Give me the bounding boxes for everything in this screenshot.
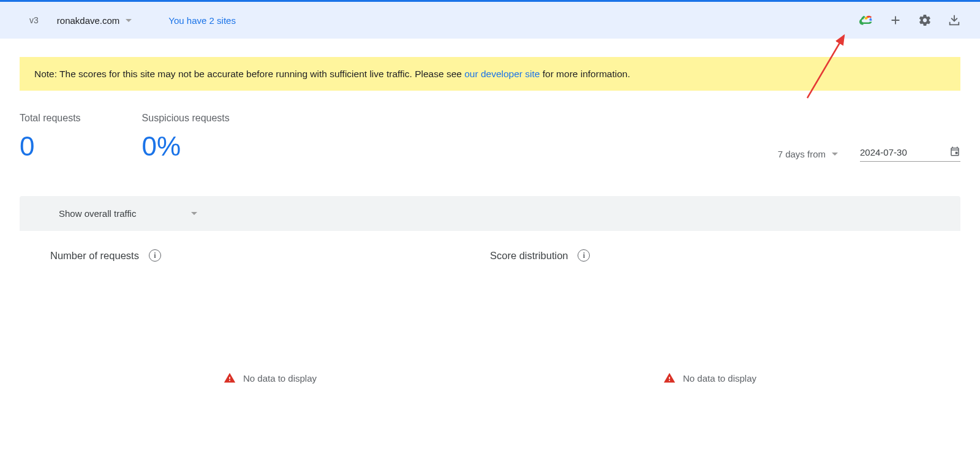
range-selector[interactable]: 7 days from — [778, 149, 838, 159]
sites-count-link[interactable]: You have 2 sites — [168, 15, 236, 26]
traffic-header: Show overall traffic — [20, 196, 960, 231]
download-icon[interactable] — [947, 13, 962, 28]
no-data-message: No data to display — [490, 372, 930, 384]
note-text-after: for more information. — [540, 69, 630, 79]
traffic-panel: Show overall traffic Number of requests … — [20, 196, 960, 464]
suspicious-requests-stat: Suspicious requests 0% — [142, 113, 230, 162]
chart-title-row: Score distribution i — [490, 249, 930, 262]
plus-icon[interactable] — [888, 13, 903, 28]
info-icon[interactable]: i — [149, 249, 161, 262]
chart-title-row: Number of requests i — [50, 249, 490, 262]
chart-title: Score distribution — [490, 250, 568, 262]
no-data-message: No data to display — [50, 372, 490, 384]
total-requests-label: Total requests — [20, 113, 81, 124]
total-requests-value: 0 — [20, 131, 81, 162]
suspicious-requests-value: 0% — [142, 131, 230, 162]
svg-rect-0 — [956, 152, 958, 154]
chevron-down-icon — [126, 19, 132, 22]
date-controls: 7 days from — [778, 146, 960, 162]
stats-left: Total requests 0 Suspicious requests 0% — [20, 113, 230, 162]
stats-row: Total requests 0 Suspicious requests 0% … — [20, 113, 960, 162]
note-text-before: The scores for this site may not be accu… — [57, 69, 464, 79]
google-cloud-icon[interactable] — [859, 13, 873, 28]
chevron-down-icon — [191, 212, 197, 215]
note-prefix: Note: — [34, 69, 57, 79]
traffic-selector-label: Show overall traffic — [59, 208, 136, 219]
site-selector[interactable]: ronakdave.com — [57, 15, 132, 26]
warning-icon — [663, 372, 676, 384]
info-icon[interactable]: i — [578, 249, 590, 262]
site-name: ronakdave.com — [57, 15, 120, 26]
main-content: Note: The scores for this site may not b… — [0, 39, 980, 464]
developer-site-link[interactable]: our developer site — [464, 69, 540, 79]
chart-title: Number of requests — [50, 250, 139, 262]
chevron-down-icon — [832, 153, 838, 156]
version-label: v3 — [29, 15, 39, 25]
no-data-text: No data to display — [243, 373, 317, 383]
range-label: 7 days from — [778, 149, 826, 159]
chart-score-distribution: Score distribution i No data to display — [490, 249, 930, 464]
calendar-icon[interactable] — [949, 146, 960, 159]
gear-icon[interactable] — [918, 13, 932, 28]
charts-area: Number of requests i No data to display … — [20, 231, 960, 464]
warning-icon — [224, 372, 236, 384]
header-left: v3 ronakdave.com You have 2 sites — [29, 15, 236, 26]
suspicious-requests-label: Suspicious requests — [142, 113, 230, 124]
total-requests-stat: Total requests 0 — [20, 113, 81, 162]
traffic-selector[interactable]: Show overall traffic — [59, 208, 197, 219]
header-right — [859, 13, 962, 28]
no-data-text: No data to display — [683, 373, 756, 383]
note-banner: Note: The scores for this site may not b… — [20, 57, 960, 91]
date-input-wrapper[interactable] — [860, 146, 960, 162]
header-bar: v3 ronakdave.com You have 2 sites — [0, 2, 980, 39]
date-input[interactable] — [860, 147, 940, 157]
chart-number-requests: Number of requests i No data to display — [50, 249, 490, 464]
